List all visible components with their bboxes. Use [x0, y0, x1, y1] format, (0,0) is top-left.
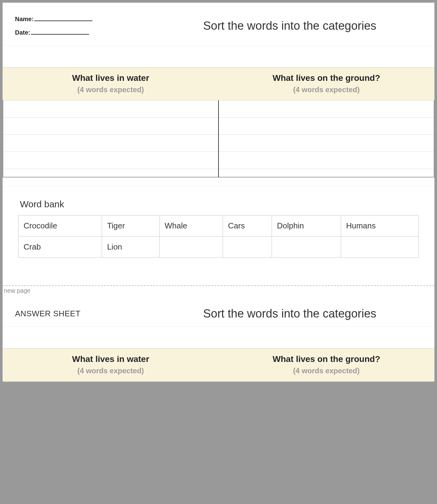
date-blank-line[interactable]	[31, 34, 89, 35]
category-title: What lives in water	[6, 73, 215, 83]
wordbank-title: Word bank	[20, 199, 419, 209]
wordbank-section: Word bank Crocodile Tiger Whale Cars Dol…	[3, 186, 434, 285]
answer-slot[interactable]	[3, 100, 218, 118]
name-blank-line[interactable]	[34, 21, 92, 21]
wordbank-cell[interactable]: Tiger	[102, 215, 159, 236]
wordbank-cell[interactable]: Crab	[18, 236, 102, 258]
spacer	[3, 327, 434, 348]
category-subtitle: (4 words expected)	[6, 367, 215, 375]
answer-sheet-title: Sort the words into the categories	[203, 307, 376, 320]
category-col-water	[3, 100, 219, 177]
answer-slot[interactable]	[219, 100, 434, 118]
name-label: Name:	[15, 16, 34, 22]
answer-categories-header-row: What lives in water (4 words expected) W…	[3, 348, 434, 381]
category-title: What lives in water	[6, 354, 215, 364]
category-header-ground: What lives on the ground? (4 words expec…	[219, 68, 434, 100]
answer-slot[interactable]	[3, 152, 218, 169]
wordbank-cell[interactable]: Crocodile	[18, 215, 102, 236]
answer-slot[interactable]	[219, 118, 434, 135]
category-subtitle: (4 words expected)	[222, 367, 431, 375]
name-row: Name:	[15, 12, 158, 26]
wordbank-cell[interactable]	[223, 236, 272, 258]
answer-slot[interactable]	[3, 169, 218, 177]
category-subtitle: (4 words expected)	[222, 85, 431, 94]
wordbank-cell[interactable]: Whale	[159, 215, 223, 236]
category-header-water: What lives in water (4 words expected)	[3, 349, 219, 381]
worksheet-page: Name: Date: Sort the words into the cate…	[2, 2, 435, 382]
category-title: What lives on the ground?	[222, 73, 431, 83]
wordbank-cell[interactable]	[272, 236, 341, 258]
answer-slot[interactable]	[3, 135, 218, 152]
worksheet-title: Sort the words into the categories	[203, 19, 376, 32]
answer-sheet-label: ANSWER SHEET	[15, 309, 158, 318]
category-col-ground	[219, 100, 434, 177]
answer-slot[interactable]	[219, 169, 434, 177]
wordbank-cell[interactable]: Humans	[341, 215, 419, 236]
wordbank-cell[interactable]	[341, 236, 419, 258]
spacer	[3, 46, 434, 67]
answer-slot[interactable]	[3, 118, 218, 135]
categories-header-row: What lives in water (4 words expected) W…	[3, 67, 434, 100]
categories-section: What lives in water (4 words expected) W…	[3, 67, 434, 177]
category-subtitle: (4 words expected)	[6, 85, 215, 94]
date-row: Date:	[15, 26, 158, 39]
answer-sheet-header: ANSWER SHEET Sort the words into the cat…	[3, 295, 434, 327]
wordbank-cell[interactable]	[159, 236, 223, 258]
category-header-water: What lives in water (4 words expected)	[3, 68, 219, 100]
wordbank-cell[interactable]: Lion	[102, 236, 159, 258]
title-block: Sort the words into the categories	[158, 12, 422, 39]
answer-categories-grid	[3, 381, 434, 382]
answer-slot[interactable]	[219, 135, 434, 152]
wordbank-cell[interactable]: Dolphin	[272, 215, 341, 236]
answer-categories-section: What lives in water (4 words expected) W…	[3, 348, 434, 382]
page-break: new page	[3, 285, 434, 295]
category-header-ground: What lives on the ground? (4 words expec…	[219, 349, 434, 381]
title-block: Sort the words into the categories	[158, 307, 422, 320]
categories-grid	[3, 100, 434, 177]
date-label: Date:	[15, 29, 30, 36]
wordbank-cell[interactable]: Cars	[223, 215, 272, 236]
answer-slot[interactable]	[219, 152, 434, 169]
page-break-label: new page	[4, 287, 31, 294]
header-section: Name: Date: Sort the words into the cate…	[3, 3, 434, 46]
category-title: What lives on the ground?	[222, 354, 431, 364]
wordbank-table: Crocodile Tiger Whale Cars Dolphin Human…	[18, 215, 419, 258]
name-date-block: Name: Date:	[15, 12, 158, 39]
